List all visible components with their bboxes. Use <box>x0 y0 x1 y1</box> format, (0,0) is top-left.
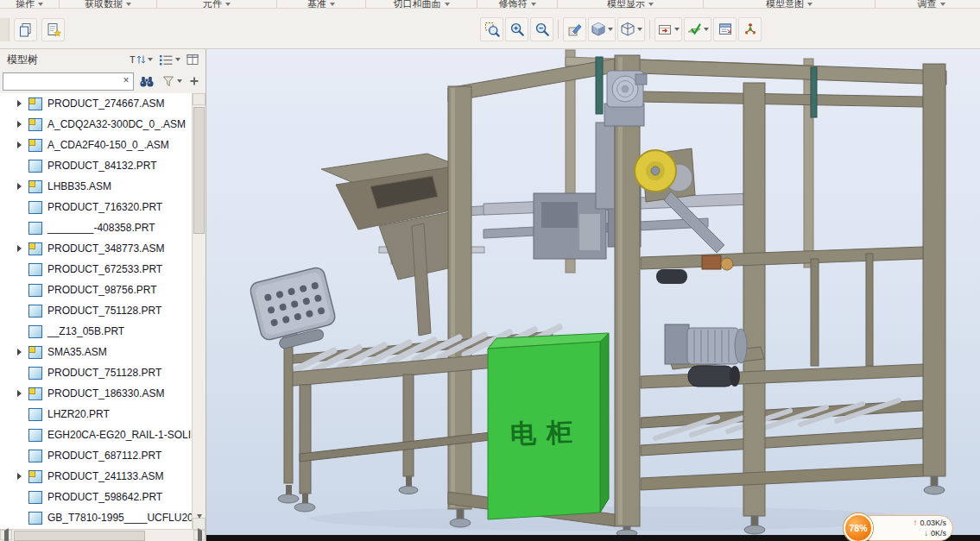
spin-center-button[interactable] <box>738 17 762 41</box>
find-button[interactable] <box>136 72 157 90</box>
top-motor[interactable] <box>604 71 647 126</box>
tree-item[interactable]: LHBB35.ASM <box>0 176 193 197</box>
part-icon <box>28 325 42 338</box>
tree-item[interactable]: PRODUCT_598642.PRT <box>0 487 193 507</box>
scroll-left-button[interactable] <box>0 530 12 540</box>
saved-orientations-button[interactable] <box>654 17 682 41</box>
saved-orientations-icon <box>657 22 673 37</box>
datum-display-icon <box>686 22 702 37</box>
chevron-down-icon <box>148 58 153 61</box>
expand-arrow-icon[interactable] <box>17 121 28 128</box>
sort-arrows-icon: T <box>129 53 146 66</box>
datum-display-button[interactable] <box>684 17 711 41</box>
expand-arrow-icon[interactable] <box>17 245 28 252</box>
ribbon-group-modifiers[interactable]: 修饰符 <box>477 0 558 9</box>
tree-item-label: A_CDA2F40-150_0_.ASM <box>47 139 169 151</box>
tree-item[interactable]: PRODUCT_687112.PRT <box>0 445 193 466</box>
ribbon-group-datum[interactable]: 基准 <box>277 0 366 9</box>
download-speed: 0K/s <box>931 528 946 538</box>
right-conveyor[interactable] <box>641 400 923 456</box>
tree-item-label: A_CDQ2A32-300DC_0_.ASM <box>47 118 186 130</box>
ribbon-group-get-data[interactable]: 获取数据 <box>60 0 157 9</box>
tree-columns-button[interactable] <box>183 51 202 68</box>
expand-arrow-icon[interactable] <box>17 349 28 355</box>
tree-vertical-scrollbar[interactable] <box>192 93 205 530</box>
tree-item[interactable]: PRODUCT_241133.ASM <box>0 466 193 487</box>
tree-item[interactable]: PRODUCT_751128.PRT <box>0 300 193 321</box>
tree-item-label: GB_T7810-1995____UCFLU205 <box>47 512 193 524</box>
expand-arrow-icon[interactable] <box>17 183 28 190</box>
tree-item[interactable]: PRODUCT_186330.ASM <box>0 383 193 404</box>
zoom-in-button[interactable] <box>505 17 528 41</box>
tree-search-input[interactable] <box>3 73 133 90</box>
tree-item[interactable]: PRODUCT_751128.PRT <box>0 362 193 383</box>
repaint-button[interactable] <box>563 17 586 41</box>
paste-special-button[interactable] <box>41 18 65 41</box>
ribbon-group-model-intent[interactable]: 模型意图 <box>704 0 876 9</box>
electrical-cabinet[interactable]: 电柜 <box>488 333 609 519</box>
columns-icon <box>186 53 199 66</box>
graphics-area[interactable]: 电柜 <box>206 48 980 535</box>
upload-row: ↑ 0.03K/s <box>878 518 946 528</box>
tree-settings-button[interactable]: T <box>126 51 155 68</box>
ribbon-group-cut-surface[interactable]: 切口和曲面 <box>366 0 477 9</box>
repaint-icon <box>567 22 583 37</box>
ribbon-group-text: 调查 <box>918 0 937 9</box>
tree-item[interactable]: EGH20CA-EG20_RAIL-1-SOLID1 <box>0 425 193 445</box>
ribbon-group-strip: 操作 获取数据 元件 基准 切口和曲面 修饰符 模型显示 模型意图 调查 <box>0 0 980 9</box>
tree-item[interactable]: SMA35.ASM <box>0 342 193 362</box>
tree-item[interactable]: ________-408358.PRT <box>0 217 193 238</box>
view-manager-button[interactable] <box>713 17 737 41</box>
refit-button[interactable] <box>480 17 503 41</box>
ribbon-group-model-display[interactable]: 模型显示 <box>558 0 704 9</box>
tree-item-label: PRODUCT_241133.ASM <box>47 470 164 482</box>
add-filter-button[interactable] <box>187 72 202 90</box>
tree-filter-list-button[interactable] <box>155 51 183 68</box>
tree-item[interactable]: PRODUCT_84132.PRT <box>0 155 193 176</box>
scroll-right-button[interactable] <box>193 530 205 540</box>
tree-item[interactable]: PRODUCT_348773.ASM <box>0 238 193 259</box>
ribbon-group-text: 模型意图 <box>766 0 804 9</box>
tree-item[interactable]: A_CDA2F40-150_0_.ASM <box>0 135 193 155</box>
tree-item[interactable]: PRODUCT_98756.PRT <box>0 280 193 300</box>
chevron-down-icon <box>38 3 43 6</box>
toolbar-separator <box>558 20 559 39</box>
tree-item[interactable]: PRODUCT_672533.PRT <box>0 259 193 280</box>
toolbar-separator <box>649 20 650 39</box>
3d-viewport[interactable]: 电柜 <box>206 48 980 535</box>
part-icon <box>28 512 42 525</box>
zoom-out-button[interactable] <box>530 17 553 41</box>
filter-button[interactable] <box>160 72 184 90</box>
vertical-scroll-thumb[interactable] <box>193 107 205 234</box>
performance-percent-badge[interactable]: 78% <box>844 513 873 541</box>
expand-arrow-icon[interactable] <box>17 390 28 397</box>
clipped-toolbar-icon[interactable] <box>0 18 9 41</box>
expand-arrow-icon[interactable] <box>17 100 28 107</box>
tree-item[interactable]: GB_T7810-1995____UCFLU205 <box>0 507 193 528</box>
tree-item[interactable]: A_CDQ2A32-300DC_0_.ASM <box>0 114 193 135</box>
tree-horizontal-scrollbar[interactable] <box>0 529 205 541</box>
model-tree-list[interactable]: PRODUCT_274667.ASM A_CDQ2A32-300DC_0_.AS… <box>0 93 193 530</box>
copy-button[interactable] <box>14 18 37 41</box>
display-style-button[interactable] <box>588 17 616 41</box>
tree-item-label: PRODUCT_98756.PRT <box>47 284 157 296</box>
expand-arrow-icon[interactable] <box>17 142 28 148</box>
tree-item[interactable]: PRODUCT_274667.ASM <box>0 93 193 114</box>
wireframe-style-button[interactable] <box>617 17 645 41</box>
clear-search-button[interactable]: × <box>120 73 132 88</box>
chevron-down-icon <box>674 28 680 31</box>
tree-item[interactable]: LHZR20.PRT <box>0 404 193 425</box>
ribbon-group-text: 基准 <box>307 0 326 9</box>
expand-arrow-icon[interactable] <box>17 473 28 480</box>
ribbon-group-component[interactable]: 元件 <box>157 0 277 9</box>
performance-overlay[interactable]: ↑ 0.03K/s ↓ 0K/s 78% <box>844 513 953 541</box>
tree-item-label: LHBB35.ASM <box>47 180 111 192</box>
infeed-hopper[interactable] <box>321 154 467 336</box>
ribbon-group-operations[interactable]: 操作 <box>0 0 60 9</box>
chevron-down-icon <box>648 3 654 6</box>
horizontal-scroll-thumb[interactable] <box>14 531 145 541</box>
scroll-up-button[interactable] <box>193 93 205 105</box>
tree-item[interactable]: __Z13_05B.PRT <box>0 321 193 342</box>
tree-item[interactable]: PRODUCT_716320.PRT <box>0 197 193 217</box>
ribbon-group-investigate[interactable]: 调查 <box>876 0 980 9</box>
